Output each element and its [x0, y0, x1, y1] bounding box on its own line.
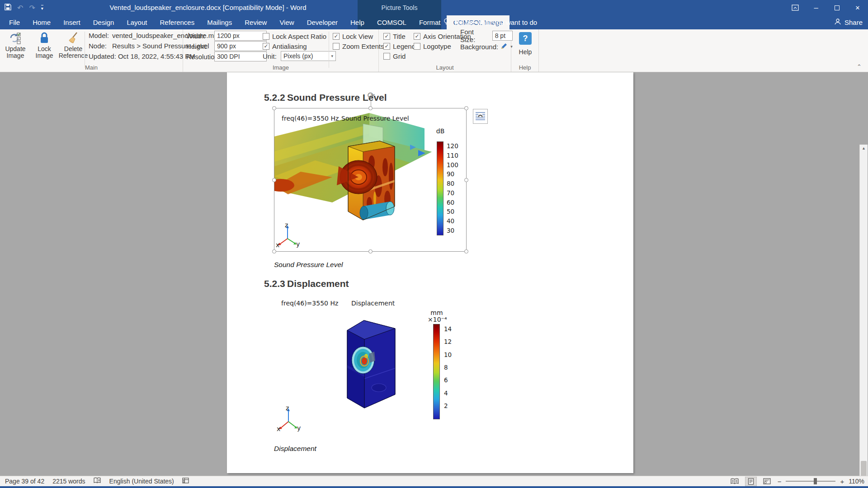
- document-page[interactable]: 5.2.2 Sound Pressure Level: [227, 72, 633, 473]
- checkbox-box[interactable]: [383, 53, 390, 60]
- unit-label: Unit:: [263, 52, 281, 60]
- checkbox-box[interactable]: ✓: [263, 43, 269, 50]
- checkbox-title[interactable]: ✓Title: [383, 32, 415, 41]
- zoom-percentage[interactable]: 110%: [849, 478, 864, 485]
- rotate-handle[interactable]: ⟳: [366, 90, 376, 100]
- question-mark-icon: ?: [519, 32, 532, 45]
- window-title: Vented_loudspeaker_enclosure.docx [Compa…: [104, 0, 312, 15]
- minimize-button[interactable]: ─: [806, 0, 826, 15]
- padlock-icon: [39, 31, 50, 45]
- macro-recording-icon[interactable]: [182, 478, 189, 485]
- redo-icon[interactable]: ↷: [29, 4, 35, 12]
- maximize-button[interactable]: [826, 0, 847, 15]
- print-layout-button[interactable]: [745, 477, 757, 486]
- document-area: 5.2.2 Sound Pressure Level: [0, 72, 868, 476]
- undo-icon[interactable]: ↶: [17, 4, 23, 12]
- tab-view[interactable]: View: [273, 15, 300, 29]
- tab-insert[interactable]: Insert: [57, 15, 87, 29]
- layout-options-button[interactable]: [473, 109, 488, 124]
- font-size-input[interactable]: 8 pt: [492, 31, 513, 41]
- collapse-ribbon-icon[interactable]: ⌃: [857, 63, 862, 70]
- close-button[interactable]: ✕: [847, 0, 868, 15]
- resize-handle-bottom-left[interactable]: [272, 249, 276, 253]
- heading-text: Displacement: [287, 278, 349, 289]
- tab-developer[interactable]: Developer: [301, 15, 344, 29]
- customize-qat-icon[interactable]: ▾: [41, 5, 43, 11]
- checkbox-box[interactable]: ✓: [333, 33, 340, 40]
- word-count[interactable]: 2215 words: [52, 478, 85, 485]
- resize-handle-top-right[interactable]: [464, 106, 468, 110]
- checkbox-label: Legend: [393, 42, 415, 50]
- proofing-errors-icon[interactable]: [94, 477, 101, 485]
- zoom-slider-thumb[interactable]: [814, 478, 817, 484]
- checkbox-label: Lock Aspect Ratio: [272, 33, 326, 40]
- tab-home[interactable]: Home: [26, 15, 57, 29]
- field-label: Model:: [89, 31, 110, 40]
- resolution-input[interactable]: 300 DPI: [214, 52, 267, 61]
- checkbox-box[interactable]: ✓: [383, 33, 390, 40]
- fig1-caption[interactable]: Sound Pressure Level: [274, 261, 343, 269]
- colorbar-tick-label: 2: [444, 403, 462, 409]
- resize-handle-bottom[interactable]: [368, 249, 373, 253]
- resize-handle-left[interactable]: [272, 178, 276, 182]
- unit-select[interactable]: Pixels (px) ▾: [281, 51, 336, 61]
- tab-help[interactable]: Help: [344, 15, 371, 29]
- layout-options-icon: [475, 111, 486, 122]
- share-button[interactable]: Share: [834, 15, 863, 29]
- update-image-button[interactable]: Update Image: [4, 31, 27, 59]
- scroll-up-icon[interactable]: ▲: [860, 145, 868, 152]
- zoom-out-button[interactable]: −: [778, 478, 782, 485]
- figure-displacement[interactable]: freq(46)=3550 Hz Displacement z x y mm ×…: [274, 297, 467, 433]
- tab-comsol[interactable]: COMSOL: [371, 15, 413, 29]
- checkbox-lock-aspect-ratio[interactable]: Lock Aspect Ratio: [263, 32, 336, 41]
- heading-number: 5.2.2: [264, 92, 287, 103]
- language-indicator[interactable]: English (United States): [109, 478, 174, 485]
- tab-references[interactable]: References: [153, 15, 201, 29]
- page-indicator[interactable]: Page 39 of 42: [5, 478, 44, 485]
- lightbulb-icon: [443, 18, 450, 27]
- checkbox-zoom-extents[interactable]: Zoom Extents: [333, 42, 384, 51]
- tell-me-box[interactable]: Tell me what you want to do: [443, 15, 537, 29]
- tab-review[interactable]: Review: [238, 15, 273, 29]
- vertical-scrollbar[interactable]: ▲ ▼: [859, 145, 868, 488]
- update-image-icon: [9, 31, 22, 45]
- checkbox-box[interactable]: [414, 43, 420, 50]
- zoom-slider[interactable]: [786, 481, 835, 482]
- colorbar-tick-label: 40: [447, 218, 465, 224]
- height-input[interactable]: 900 px: [214, 41, 267, 51]
- delete-reference-button[interactable]: Delete Reference: [61, 31, 85, 59]
- checkbox-box[interactable]: ✓: [383, 43, 390, 50]
- resize-handle-top[interactable]: [368, 106, 373, 110]
- tab-layout[interactable]: Layout: [120, 15, 153, 29]
- resize-handle-top-left[interactable]: [272, 106, 276, 110]
- resize-handle-bottom-right[interactable]: [464, 249, 468, 253]
- ribbon-group-main: Update Image Lock Image Delete Reference…: [0, 29, 183, 72]
- background-button[interactable]: ▾: [500, 42, 513, 51]
- read-mode-button[interactable]: [729, 477, 741, 486]
- fig2-caption[interactable]: Displacement: [274, 445, 316, 453]
- person-icon: [834, 18, 841, 27]
- tab-file[interactable]: File: [3, 15, 26, 29]
- save-icon[interactable]: [5, 4, 11, 12]
- figure-sound-pressure-level[interactable]: freq(46)=3550 Hz Sound Pressure Level z …: [274, 108, 467, 252]
- checkbox-antialiasing[interactable]: ✓Antialiasing: [263, 42, 336, 51]
- lock-image-button[interactable]: Lock Image: [33, 31, 56, 59]
- tab-design[interactable]: Design: [87, 15, 121, 29]
- checkbox-legend[interactable]: ✓Legend: [383, 42, 415, 51]
- width-input[interactable]: 1200 px: [214, 31, 267, 41]
- tab-format[interactable]: Format: [413, 15, 447, 29]
- colorbar-tick-label: 80: [447, 180, 465, 187]
- ribbon-display-options-icon[interactable]: [785, 0, 806, 15]
- zoom-in-button[interactable]: +: [840, 478, 844, 485]
- web-layout-button[interactable]: [761, 477, 773, 486]
- help-button[interactable]: ? Help: [516, 32, 535, 56]
- checkbox-box[interactable]: [263, 33, 269, 40]
- checkbox-box[interactable]: [333, 43, 340, 50]
- checkbox-box[interactable]: ✓: [414, 33, 420, 40]
- checkbox-grid[interactable]: Grid: [383, 52, 415, 61]
- tab-mailings[interactable]: Mailings: [201, 15, 238, 29]
- lock-image-label: Lock Image: [33, 46, 56, 59]
- resize-handle-right[interactable]: [464, 178, 468, 182]
- fig1-axis-x-label: x: [276, 241, 279, 249]
- checkbox-lock-view[interactable]: ✓Lock View: [333, 32, 384, 41]
